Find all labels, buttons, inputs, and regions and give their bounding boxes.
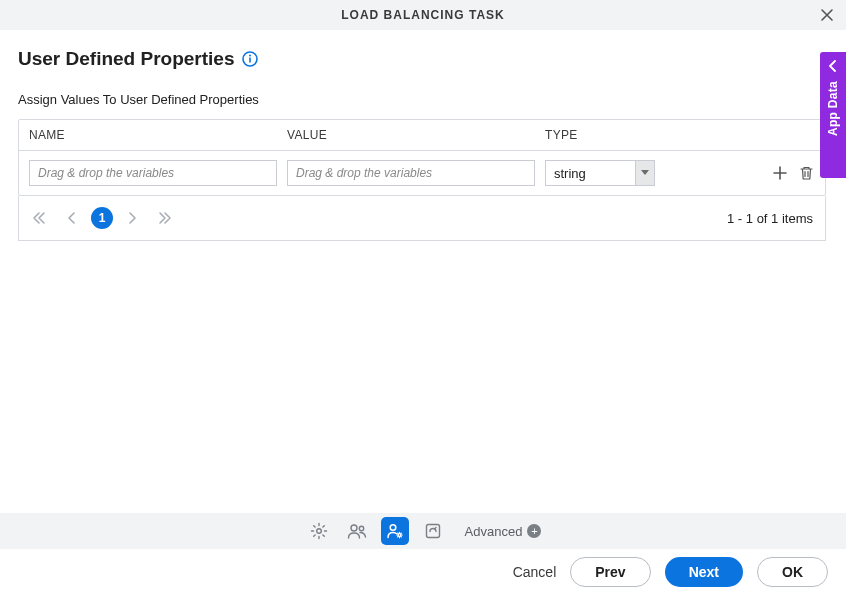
svg-point-3 bbox=[316, 529, 321, 534]
svg-point-4 bbox=[351, 525, 357, 531]
pager-first-button[interactable] bbox=[27, 206, 51, 230]
column-header-type: TYPE bbox=[545, 128, 665, 142]
preview-icon bbox=[424, 522, 442, 540]
value-input[interactable] bbox=[287, 160, 535, 186]
svg-point-1 bbox=[249, 55, 251, 57]
pager-current-page[interactable]: 1 bbox=[91, 207, 113, 229]
advanced-label: Advanced bbox=[465, 524, 523, 539]
page-title: User Defined Properties bbox=[18, 48, 234, 70]
prev-button[interactable]: Prev bbox=[570, 557, 650, 587]
pager-last-button[interactable] bbox=[153, 206, 177, 230]
chevron-left-icon bbox=[828, 60, 838, 75]
modal-title: LOAD BALANCING TASK bbox=[341, 8, 504, 22]
ok-button[interactable]: OK bbox=[757, 557, 828, 587]
pager-next-button[interactable] bbox=[121, 206, 145, 230]
close-button[interactable] bbox=[820, 8, 834, 22]
svg-point-5 bbox=[359, 526, 363, 530]
pager-prev-button[interactable] bbox=[59, 206, 83, 230]
delete-row-button[interactable] bbox=[797, 164, 815, 182]
pagination: 1 1 - 1 of 1 items bbox=[18, 196, 826, 241]
dialog-footer: Cancel Prev Next OK bbox=[0, 549, 846, 595]
users-icon bbox=[347, 522, 367, 540]
step-user-properties[interactable] bbox=[381, 517, 409, 545]
user-gear-icon bbox=[386, 522, 404, 540]
column-header-name: NAME bbox=[29, 128, 287, 142]
step-settings[interactable] bbox=[305, 517, 333, 545]
modal-header: LOAD BALANCING TASK bbox=[0, 0, 846, 30]
plus-icon bbox=[772, 165, 788, 181]
advanced-toggle[interactable]: Advanced + bbox=[465, 524, 542, 539]
svg-rect-8 bbox=[426, 525, 439, 538]
app-data-label: App Data bbox=[826, 81, 840, 136]
chevron-right-icon bbox=[128, 211, 138, 225]
table-header: NAME VALUE TYPE bbox=[19, 120, 825, 151]
name-input[interactable] bbox=[29, 160, 277, 186]
trash-icon bbox=[799, 165, 814, 181]
properties-table: NAME VALUE TYPE string bbox=[18, 119, 826, 196]
close-icon bbox=[820, 8, 834, 22]
chevron-double-right-icon bbox=[158, 211, 172, 225]
type-select[interactable]: string bbox=[545, 160, 655, 186]
gear-icon bbox=[310, 522, 328, 540]
plus-circle-icon: + bbox=[527, 524, 541, 538]
cancel-button[interactable]: Cancel bbox=[513, 564, 557, 580]
step-preview[interactable] bbox=[419, 517, 447, 545]
section-subtitle: Assign Values To User Defined Properties bbox=[18, 92, 826, 107]
column-header-value: VALUE bbox=[287, 128, 545, 142]
app-data-drawer-toggle[interactable]: App Data bbox=[820, 52, 846, 178]
svg-point-6 bbox=[390, 525, 396, 531]
pager-info: 1 - 1 of 1 items bbox=[727, 211, 813, 226]
add-row-button[interactable] bbox=[771, 164, 789, 182]
chevron-down-icon bbox=[635, 160, 655, 186]
step-participants[interactable] bbox=[343, 517, 371, 545]
info-icon[interactable] bbox=[242, 51, 258, 67]
chevron-double-left-icon bbox=[32, 211, 46, 225]
chevron-left-icon bbox=[66, 211, 76, 225]
wizard-step-bar: Advanced + bbox=[0, 513, 846, 549]
next-button[interactable]: Next bbox=[665, 557, 743, 587]
table-row: string bbox=[19, 151, 825, 195]
svg-rect-2 bbox=[250, 58, 252, 63]
